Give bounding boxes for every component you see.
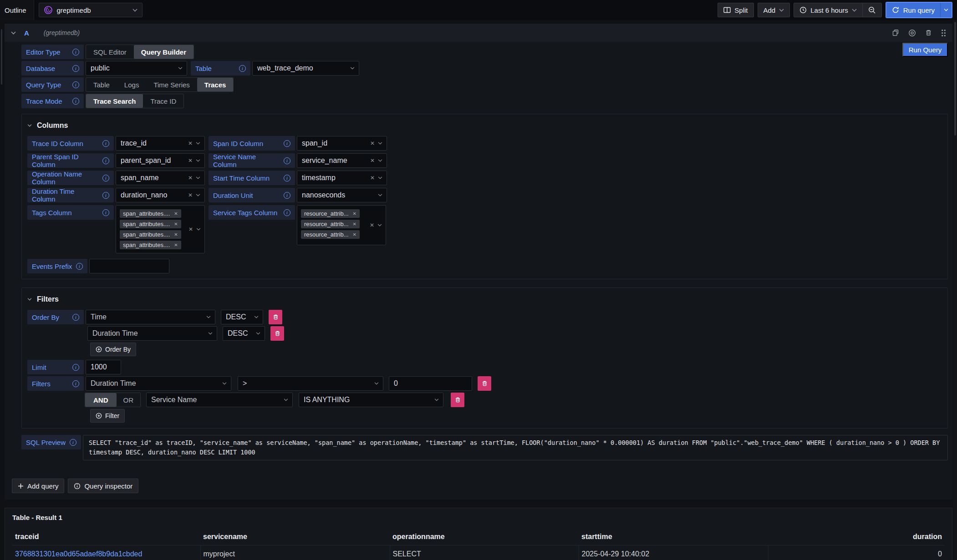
info-icon[interactable]: i	[72, 65, 79, 72]
column-header-servicename[interactable]: servicename	[200, 529, 390, 545]
remove-chip-icon[interactable]: ✕	[174, 232, 178, 237]
filter-value-input[interactable]	[389, 376, 472, 391]
info-icon[interactable]: i	[102, 192, 109, 199]
query-inspector-button[interactable]: Query inspector	[68, 479, 138, 493]
span-id-column-select[interactable]: span_id ✕	[297, 136, 387, 151]
delete-query-icon[interactable]	[925, 29, 932, 36]
add-filter-button[interactable]: Filter	[90, 409, 125, 423]
duplicate-query-icon[interactable]	[892, 29, 899, 36]
filter-field-select[interactable]: Duration Time	[86, 376, 231, 391]
run-query-options-caret[interactable]	[940, 3, 952, 17]
info-icon[interactable]: i	[72, 98, 79, 105]
page-scrollbar[interactable]	[953, 20, 957, 560]
remove-chip-icon[interactable]: ✕	[353, 232, 356, 237]
order-by-direction-select-1[interactable]: DESC	[221, 310, 263, 324]
add-query-button[interactable]: Add query	[12, 479, 64, 493]
tag-chip[interactable]: span_attributes....✕	[120, 220, 181, 228]
start-time-column-select[interactable]: timestamp ✕	[297, 171, 387, 185]
column-header-starttime[interactable]: starttime	[579, 529, 768, 545]
clear-icon[interactable]: ✕	[370, 141, 375, 146]
duration-time-column-select[interactable]: duration_nano ✕	[116, 188, 205, 202]
remove-order-by-button[interactable]	[269, 310, 282, 324]
filter-connector-or[interactable]: OR	[117, 393, 141, 407]
clear-icon[interactable]: ✕	[370, 175, 375, 181]
info-icon[interactable]: i	[284, 209, 290, 216]
info-icon[interactable]: i	[102, 209, 109, 216]
info-icon[interactable]: i	[284, 192, 290, 199]
editor-type-query-builder[interactable]: Query Builder	[134, 45, 193, 59]
filters-section-header[interactable]: Filters	[27, 292, 942, 307]
query-type-traces[interactable]: Traces	[197, 78, 234, 91]
service-tag-chip[interactable]: resource_attrib...✕	[301, 209, 360, 218]
trace-id-link[interactable]: 3768831301ea0d65adaef8b9da1cbded	[12, 545, 200, 560]
remove-chip-icon[interactable]: ✕	[353, 222, 356, 227]
order-by-field-select-2[interactable]: Duration Time	[87, 326, 217, 341]
clear-icon[interactable]: ✕	[188, 175, 193, 181]
info-icon[interactable]: i	[102, 157, 109, 164]
order-by-field-select-1[interactable]: Time	[86, 310, 215, 324]
clear-icon[interactable]: ✕	[188, 192, 193, 198]
tag-chip[interactable]: span_attributes....✕	[120, 209, 181, 218]
service-tag-chip[interactable]: resource_attrib...✕	[301, 230, 360, 239]
info-icon[interactable]: i	[76, 263, 83, 270]
database-select[interactable]: public	[86, 61, 187, 76]
order-by-direction-select-2[interactable]: DESC	[223, 326, 265, 341]
editor-type-sql-editor[interactable]: SQL Editor	[86, 45, 134, 59]
query-row-header[interactable]: A (greptimedb)	[5, 24, 952, 42]
filter-operator-select-2[interactable]: IS ANYTHING	[299, 393, 443, 407]
remove-chip-icon[interactable]: ✕	[174, 242, 178, 247]
query-type-logs[interactable]: Logs	[117, 78, 147, 91]
info-icon[interactable]: i	[72, 364, 79, 371]
add-order-by-button[interactable]: Order By	[90, 343, 136, 356]
clear-icon[interactable]: ✕	[370, 222, 374, 228]
remove-chip-icon[interactable]: ✕	[174, 211, 178, 216]
filter-operator-select[interactable]: >	[238, 376, 383, 391]
column-header-traceid[interactable]: traceid	[12, 529, 200, 545]
tag-chip[interactable]: span_attributes....✕	[120, 241, 181, 249]
remove-chip-icon[interactable]: ✕	[174, 222, 178, 227]
info-icon[interactable]: i	[72, 380, 79, 387]
service-tag-chip[interactable]: resource_attrib...✕	[301, 220, 360, 228]
clear-icon[interactable]: ✕	[188, 158, 193, 163]
events-prefix-input[interactable]	[89, 259, 169, 273]
tags-column-multiselect[interactable]: span_attributes....✕ span_attributes....…	[116, 205, 205, 253]
filter-field-select-2[interactable]: Service Name	[146, 393, 293, 407]
time-range-picker[interactable]: Last 6 hours	[794, 3, 862, 17]
drag-handle-icon[interactable]	[941, 29, 946, 37]
info-icon[interactable]: i	[284, 140, 290, 147]
info-icon[interactable]: i	[102, 140, 109, 147]
datasource-picker[interactable]: greptimedb	[39, 3, 143, 17]
trace-id-column-select[interactable]: trace_id ✕	[116, 136, 205, 151]
hide-response-icon[interactable]	[908, 29, 916, 37]
outline-pane-header[interactable]: Outline	[0, 0, 34, 20]
run-query-button[interactable]: Run query	[886, 3, 940, 17]
operation-name-column-select[interactable]: span_name ✕	[116, 171, 205, 185]
filter-connector-and[interactable]: AND	[85, 393, 117, 407]
info-icon[interactable]: i	[239, 65, 246, 72]
clear-icon[interactable]: ✕	[188, 227, 193, 232]
remove-chip-icon[interactable]: ✕	[353, 211, 356, 216]
remove-order-by-button[interactable]	[270, 326, 284, 341]
info-icon[interactable]: i	[284, 175, 290, 182]
duration-unit-select[interactable]: nanoseconds	[297, 188, 387, 202]
info-icon[interactable]: i	[72, 49, 79, 55]
query-type-time-series[interactable]: Time Series	[146, 78, 197, 91]
trace-mode-trace-search[interactable]: Trace Search	[86, 94, 143, 108]
split-button[interactable]: Split	[718, 3, 753, 17]
zoom-out-time-button[interactable]	[863, 3, 881, 17]
collapse-chevron-icon[interactable]	[11, 31, 16, 35]
info-icon[interactable]: i	[72, 314, 79, 321]
info-icon[interactable]: i	[284, 157, 290, 164]
info-icon[interactable]: i	[70, 439, 76, 446]
clear-icon[interactable]: ✕	[188, 141, 193, 146]
service-tags-column-multiselect[interactable]: resource_attrib...✕ resource_attrib...✕ …	[297, 205, 386, 245]
parent-span-id-column-select[interactable]: parent_span_id ✕	[116, 153, 205, 168]
clear-icon[interactable]: ✕	[370, 158, 375, 163]
trace-mode-trace-id[interactable]: Trace ID	[143, 94, 183, 108]
info-icon[interactable]: i	[102, 175, 109, 182]
table-select[interactable]: web_trace_demo	[252, 61, 359, 76]
remove-filter-button[interactable]	[478, 376, 491, 391]
add-dropdown-button[interactable]: Add	[758, 3, 790, 17]
limit-input[interactable]	[86, 360, 121, 374]
tag-chip[interactable]: span_attributes....✕	[120, 230, 181, 239]
